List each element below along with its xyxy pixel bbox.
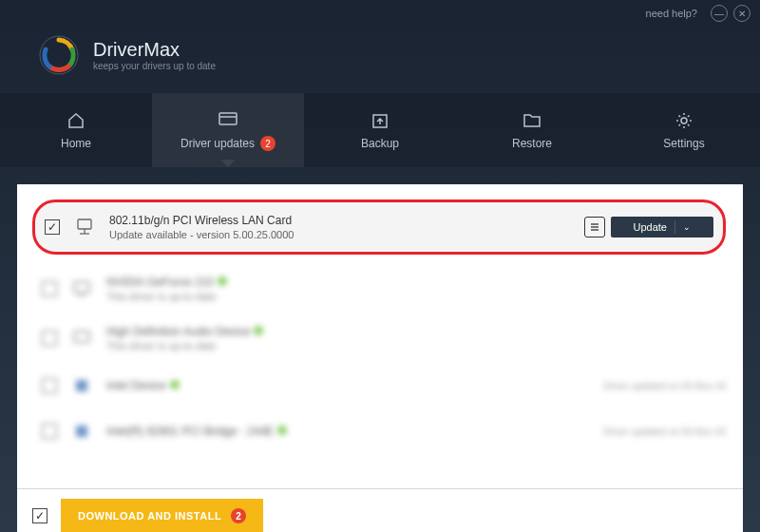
nav-label: Driver updates [180, 137, 255, 150]
monitor-icon [70, 277, 93, 300]
nav-restore[interactable]: Restore [456, 93, 608, 167]
svg-rect-15 [76, 426, 87, 437]
update-button[interactable]: Update ⌄ [611, 217, 713, 238]
nav-label: Restore [512, 137, 552, 150]
bottom-bar: DOWNLOAD AND INSTALL 2 [17, 488, 743, 532]
driver-row-highlighted[interactable]: 802.11b/g/n PCI Wireless LAN Card Update… [32, 200, 726, 255]
download-count-badge: 2 [231, 508, 246, 523]
nav-settings[interactable]: Settings [608, 93, 760, 167]
driver-checkbox[interactable] [45, 219, 60, 235]
brand-tagline: keeps your drivers up to date [93, 61, 216, 71]
svg-rect-11 [74, 282, 89, 293]
titlebar: need help? — ✕ [0, 0, 760, 27]
gear-icon [674, 110, 694, 131]
select-all-checkbox[interactable] [32, 508, 48, 523]
nav-home[interactable]: Home [0, 93, 152, 167]
driver-row[interactable]: Intel(R) 82801 PCI Bridge - 244E Driver … [32, 408, 735, 454]
svg-point-4 [681, 118, 687, 124]
driver-status: Update available - version 5.00.25.0000 [109, 229, 571, 240]
chip-icon [70, 374, 93, 397]
download-install-button[interactable]: DOWNLOAD AND INSTALL 2 [61, 499, 263, 532]
driver-row[interactable]: High Definition Audio Device This driver… [32, 314, 735, 363]
updates-icon [218, 109, 238, 130]
chip-icon [70, 420, 93, 443]
driver-checkbox[interactable] [42, 331, 57, 346]
details-icon[interactable] [584, 217, 605, 238]
header: DriverMax keeps your drivers up to date [0, 27, 760, 93]
download-label: DOWNLOAD AND INSTALL [78, 510, 221, 522]
nav-driver-updates[interactable]: Driver updates 2 [152, 93, 304, 167]
svg-rect-5 [78, 219, 91, 229]
nav-label: Settings [663, 137, 704, 150]
svg-rect-1 [219, 113, 237, 124]
restore-icon [522, 110, 542, 131]
network-card-icon [73, 216, 96, 238]
driver-list-panel: 802.11b/g/n PCI Wireless LAN Card Update… [17, 184, 743, 488]
main-nav: Home Driver updates 2 Backup Restore Set… [0, 93, 760, 167]
updates-count-badge: 2 [260, 136, 276, 151]
nav-label: Home [61, 137, 91, 150]
chevron-down-icon: ⌄ [683, 222, 691, 232]
update-label: Update [634, 221, 667, 233]
driver-row[interactable]: NVIDIA GeForce 210 This driver is up-to-… [32, 264, 735, 314]
driver-checkbox[interactable] [42, 378, 57, 393]
driver-checkbox[interactable] [42, 424, 57, 439]
svg-rect-14 [76, 380, 87, 391]
driver-name: 802.11b/g/n PCI Wireless LAN Card [109, 214, 571, 227]
brand-name: DriverMax [93, 39, 216, 61]
audio-icon [70, 327, 93, 350]
nav-backup[interactable]: Backup [304, 93, 456, 167]
driver-scroll-area[interactable]: 802.11b/g/n PCI Wireless LAN Card Update… [32, 200, 735, 473]
driver-checkbox[interactable] [42, 281, 57, 296]
minimize-button[interactable]: — [711, 5, 728, 22]
backup-icon [370, 110, 390, 131]
driver-row[interactable]: Intel Device Driver updated on 03-Nov-16 [32, 363, 735, 408]
svg-rect-13 [74, 332, 89, 342]
nav-label: Backup [361, 137, 399, 150]
home-icon [66, 110, 86, 131]
app-logo-icon [38, 34, 80, 76]
driver-info: 802.11b/g/n PCI Wireless LAN Card Update… [109, 214, 571, 240]
close-button[interactable]: ✕ [733, 5, 750, 22]
help-link[interactable]: need help? [646, 8, 697, 19]
brand-text: DriverMax keeps your drivers up to date [93, 39, 216, 71]
